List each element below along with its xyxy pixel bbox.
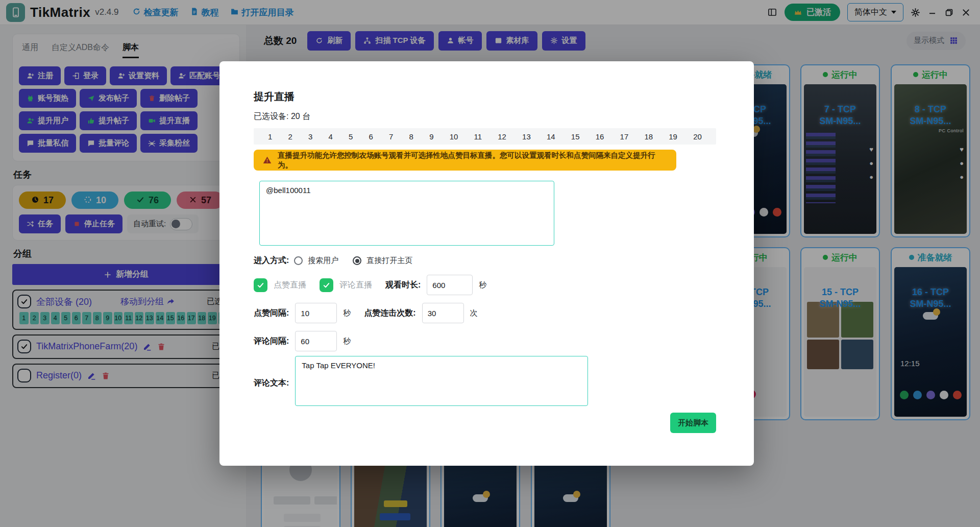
selected-device-numbers: 1234567891011121314151617181920 xyxy=(254,128,716,145)
device-number[interactable]: 1 xyxy=(268,132,272,141)
like-settings-row: 点赞间隔: 秒 点赞连击次数: 次 xyxy=(254,303,716,323)
live-options-row: 点赞直播评论直播 观看时长: 秒 xyxy=(254,275,716,295)
device-number[interactable]: 17 xyxy=(620,132,629,141)
watch-duration-label: 观看时长: xyxy=(385,280,421,291)
device-number[interactable]: 16 xyxy=(596,132,604,141)
entry-mode-row: 进入方式: 搜索用户直接打开主页 xyxy=(254,255,716,266)
device-number[interactable]: 9 xyxy=(429,132,433,141)
option-checkbox[interactable] xyxy=(320,278,333,292)
entry-mode-radio[interactable] xyxy=(294,256,303,265)
comment-text-input[interactable]: Tap Tap EVERYONE! xyxy=(295,356,588,406)
like-interval-label: 点赞间隔: xyxy=(254,308,289,319)
entry-mode-label: 进入方式: xyxy=(254,255,289,266)
device-number[interactable]: 12 xyxy=(498,132,506,141)
comment-text-label: 评论文本: xyxy=(254,378,289,389)
option-checkbox[interactable] xyxy=(254,278,267,292)
device-number[interactable]: 15 xyxy=(571,132,580,141)
start-script-button[interactable]: 开始脚本 xyxy=(670,413,716,433)
watch-duration-input[interactable] xyxy=(427,275,473,295)
device-number[interactable]: 3 xyxy=(308,132,312,141)
comment-interval-input[interactable] xyxy=(295,331,337,351)
warning-banner: 直播提升功能允许您控制农场账号观看并可选择性地点赞目标直播。您可以设置观看时长和… xyxy=(254,150,676,171)
device-number[interactable]: 8 xyxy=(409,132,413,141)
boost-live-modal: 提升直播 已选设备: 20 台 123456789101112131415161… xyxy=(219,61,754,466)
device-number[interactable]: 2 xyxy=(288,132,292,141)
device-number[interactable]: 11 xyxy=(474,132,482,141)
entry-mode-option-label: 搜索用户 xyxy=(308,256,338,266)
device-number[interactable]: 6 xyxy=(369,132,373,141)
entry-mode-option-label: 直接打开主页 xyxy=(366,256,412,266)
device-number[interactable]: 14 xyxy=(547,132,555,141)
device-number[interactable]: 18 xyxy=(644,132,653,141)
like-interval-input[interactable] xyxy=(295,303,337,323)
device-number[interactable]: 13 xyxy=(522,132,531,141)
modal-title: 提升直播 xyxy=(254,90,716,104)
comment-text-row: 评论文本: Tap Tap EVERYONE! xyxy=(254,356,716,406)
option-label: 评论直播 xyxy=(339,280,372,291)
target-username-input[interactable]: @bell100011 xyxy=(259,181,554,246)
warning-icon xyxy=(263,156,272,164)
option-label: 点赞直播 xyxy=(274,280,306,291)
device-number[interactable]: 19 xyxy=(669,132,677,141)
device-number[interactable]: 10 xyxy=(450,132,458,141)
entry-mode-radio[interactable] xyxy=(353,256,361,265)
comment-interval-row: 评论间隔: 秒 xyxy=(254,331,716,351)
comment-interval-label: 评论间隔: xyxy=(254,336,289,347)
like-combo-label: 点赞连击次数: xyxy=(364,308,415,319)
device-number[interactable]: 5 xyxy=(349,132,353,141)
selected-devices-label: 已选设备: 20 台 xyxy=(254,111,716,122)
device-number[interactable]: 7 xyxy=(389,132,393,141)
device-number[interactable]: 4 xyxy=(329,132,333,141)
device-number[interactable]: 20 xyxy=(693,132,702,141)
like-combo-input[interactable] xyxy=(422,303,464,323)
